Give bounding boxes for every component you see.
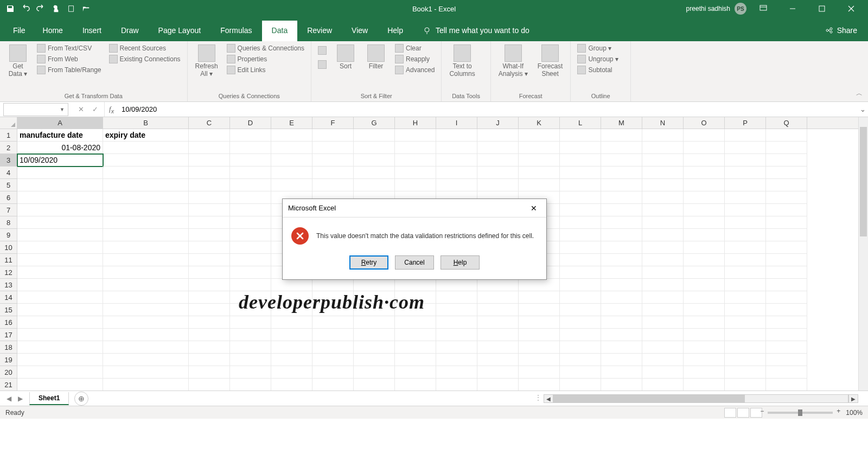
cell[interactable] — [271, 366, 312, 379]
sheet-nav-prev-icon[interactable]: ◀ — [4, 395, 14, 402]
cell[interactable] — [766, 241, 807, 254]
redo-icon[interactable] — [36, 4, 46, 14]
column-header[interactable]: F — [312, 117, 354, 129]
cell[interactable] — [601, 191, 642, 204]
cell[interactable] — [271, 179, 312, 191]
cell[interactable] — [642, 179, 684, 191]
cell[interactable] — [103, 366, 189, 379]
dialog-close-button[interactable]: ✕ — [527, 201, 541, 215]
cell[interactable] — [395, 279, 436, 291]
cell[interactable] — [642, 167, 684, 179]
cell[interactable] — [17, 379, 103, 390]
cell[interactable] — [230, 379, 271, 390]
from-web-button[interactable]: From Web — [36, 54, 103, 64]
cell[interactable] — [560, 142, 601, 154]
cell[interactable] — [560, 241, 601, 254]
cell[interactable] — [189, 266, 230, 279]
cell[interactable] — [230, 341, 271, 354]
cell[interactable] — [560, 379, 601, 390]
cell[interactable] — [725, 129, 766, 142]
cell[interactable] — [766, 129, 807, 142]
tab-split-handle[interactable]: ⋮ — [535, 394, 542, 401]
cell[interactable] — [312, 129, 354, 142]
cell[interactable] — [17, 366, 103, 379]
retry-button[interactable]: Retry — [349, 255, 388, 270]
cell[interactable] — [354, 167, 395, 179]
scroll-right-icon[interactable]: ▶ — [848, 394, 858, 403]
cell[interactable] — [17, 329, 103, 341]
cell[interactable] — [103, 329, 189, 341]
cell[interactable] — [395, 154, 436, 167]
cell[interactable] — [601, 254, 642, 266]
cell[interactable] — [230, 241, 271, 254]
cell[interactable] — [230, 154, 271, 167]
column-header[interactable]: O — [684, 117, 725, 129]
page-layout-view-button[interactable] — [737, 408, 749, 418]
cell[interactable] — [477, 354, 519, 366]
cell[interactable] — [560, 191, 601, 204]
touch-mode-icon[interactable] — [51, 4, 61, 14]
recent-sources-button[interactable]: Recent Sources — [108, 43, 182, 53]
tab-file[interactable]: File — [5, 21, 33, 41]
cell[interactable] — [601, 316, 642, 329]
row-header[interactable]: 15 — [0, 304, 17, 316]
cell[interactable] — [684, 304, 725, 316]
cell[interactable] — [271, 329, 312, 341]
cell[interactable] — [519, 379, 560, 390]
cell[interactable] — [103, 379, 189, 390]
zoom-level[interactable]: 100% — [846, 409, 863, 417]
cell[interactable] — [766, 167, 807, 179]
cell[interactable] — [477, 329, 519, 341]
cell[interactable] — [395, 129, 436, 142]
cell[interactable] — [271, 279, 312, 291]
normal-view-button[interactable] — [724, 408, 736, 418]
cell[interactable] — [436, 279, 477, 291]
cell[interactable] — [766, 329, 807, 341]
cell[interactable] — [271, 354, 312, 366]
cell[interactable] — [601, 329, 642, 341]
cell[interactable] — [312, 329, 354, 341]
refresh-all-button[interactable]: Refresh All ▾ — [193, 43, 220, 79]
cancel-button[interactable]: Cancel — [395, 255, 434, 270]
cell[interactable] — [230, 354, 271, 366]
cell[interactable] — [684, 354, 725, 366]
cell[interactable] — [519, 179, 560, 191]
cell[interactable] — [17, 291, 103, 304]
cell[interactable] — [312, 142, 354, 154]
cell[interactable] — [189, 316, 230, 329]
cell[interactable] — [271, 154, 312, 167]
close-button[interactable] — [839, 0, 864, 17]
cell[interactable] — [103, 191, 189, 204]
cell[interactable] — [395, 366, 436, 379]
cell[interactable] — [477, 142, 519, 154]
cell[interactable] — [477, 154, 519, 167]
cell[interactable] — [766, 304, 807, 316]
group-button[interactable]: Group ▾ — [576, 43, 619, 53]
cell[interactable] — [17, 279, 103, 291]
cell[interactable] — [230, 229, 271, 241]
column-header[interactable]: C — [189, 117, 230, 129]
cell[interactable] — [684, 291, 725, 304]
cell[interactable] — [725, 254, 766, 266]
tab-formulas[interactable]: Formulas — [210, 21, 261, 41]
cell[interactable] — [354, 379, 395, 390]
cell[interactable] — [477, 366, 519, 379]
cell[interactable] — [684, 154, 725, 167]
cell[interactable] — [642, 279, 684, 291]
cell[interactable] — [560, 129, 601, 142]
cell[interactable] — [560, 167, 601, 179]
open-icon[interactable] — [81, 4, 91, 14]
column-header[interactable]: B — [103, 117, 189, 129]
ribbon-options-icon[interactable] — [751, 0, 776, 17]
cell[interactable] — [684, 167, 725, 179]
cell[interactable] — [477, 179, 519, 191]
forecast-sheet-button[interactable]: Forecast Sheet — [535, 43, 565, 79]
cell[interactable] — [766, 254, 807, 266]
cell[interactable] — [17, 304, 103, 316]
cell[interactable] — [271, 129, 312, 142]
cell[interactable] — [103, 354, 189, 366]
cell[interactable] — [766, 204, 807, 216]
cell[interactable] — [725, 241, 766, 254]
cell[interactable] — [642, 229, 684, 241]
cell[interactable] — [725, 304, 766, 316]
